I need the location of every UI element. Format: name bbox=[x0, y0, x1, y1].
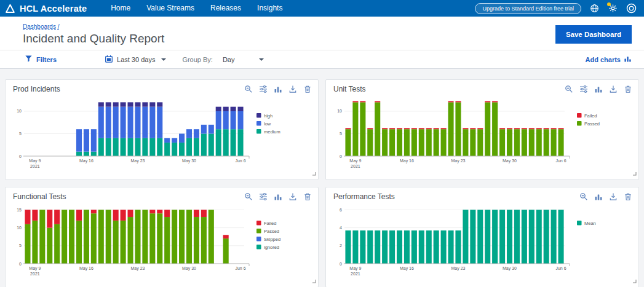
upgrade-button[interactable]: Upgrade to Standard Edition free trial bbox=[475, 3, 581, 14]
bar-segment[interactable] bbox=[411, 128, 417, 129]
zoom-icon[interactable] bbox=[564, 84, 573, 93]
bar-segment[interactable] bbox=[397, 128, 402, 129]
bar-chart-icon[interactable] bbox=[594, 84, 603, 93]
bar-segment[interactable] bbox=[142, 210, 148, 264]
delete-icon[interactable] bbox=[303, 192, 312, 201]
bar-segment[interactable] bbox=[216, 107, 221, 111]
bar-segment[interactable] bbox=[367, 128, 373, 129]
filter-sliders-icon[interactable] bbox=[258, 192, 268, 201]
bar-segment[interactable] bbox=[499, 210, 505, 264]
bar-segment[interactable] bbox=[485, 102, 490, 156]
bar-segment[interactable] bbox=[201, 210, 207, 217]
bar-segment[interactable] bbox=[179, 143, 185, 156]
bar-segment[interactable] bbox=[127, 102, 133, 106]
bar-segment[interactable] bbox=[135, 210, 140, 264]
bar-segment[interactable] bbox=[164, 217, 170, 264]
bar-segment[interactable] bbox=[172, 210, 177, 264]
bar-segment[interactable] bbox=[76, 210, 82, 221]
bar-segment[interactable] bbox=[127, 107, 133, 138]
brand[interactable]: HCL Accelerate bbox=[5, 3, 87, 14]
bar-segment[interactable] bbox=[558, 129, 563, 156]
bar-segment[interactable] bbox=[522, 128, 527, 129]
bar-segment[interactable] bbox=[149, 102, 155, 106]
bar-segment[interactable] bbox=[551, 210, 557, 264]
bar-segment[interactable] bbox=[397, 129, 402, 156]
bar-segment[interactable] bbox=[237, 107, 243, 111]
user-avatar-icon[interactable] bbox=[626, 3, 637, 14]
bar-segment[interactable] bbox=[448, 101, 453, 103]
bar-segment[interactable] bbox=[32, 210, 38, 221]
bar-segment[interactable] bbox=[434, 129, 439, 156]
bar-segment[interactable] bbox=[121, 107, 126, 138]
legend-item[interactable]: Failed bbox=[256, 221, 276, 226]
bar-segment[interactable] bbox=[470, 210, 475, 264]
legend-item[interactable]: Passed bbox=[256, 229, 279, 234]
bar-segment[interactable] bbox=[127, 210, 133, 217]
bar-segment[interactable] bbox=[194, 138, 199, 156]
bar-segment[interactable] bbox=[455, 230, 461, 264]
bar-segment[interactable] bbox=[127, 138, 133, 156]
nav-item-value-streams[interactable]: Value Streams bbox=[138, 0, 202, 17]
bar-segment[interactable] bbox=[54, 210, 60, 224]
bar-segment[interactable] bbox=[98, 107, 104, 138]
bar-segment[interactable] bbox=[179, 133, 185, 143]
save-dashboard-button[interactable]: Save Dashboard bbox=[555, 25, 632, 44]
bar-segment[interactable] bbox=[360, 101, 365, 103]
download-icon[interactable] bbox=[288, 84, 297, 93]
bar-segment[interactable] bbox=[529, 128, 535, 129]
bar-segment[interactable] bbox=[404, 128, 410, 129]
bar-segment[interactable] bbox=[411, 230, 417, 264]
bar-segment[interactable] bbox=[76, 221, 82, 264]
bar-segment[interactable] bbox=[404, 230, 410, 264]
bar-segment[interactable] bbox=[32, 221, 38, 264]
bar-segment[interactable] bbox=[522, 210, 527, 264]
bar-segment[interactable] bbox=[558, 128, 563, 129]
bar-segment[interactable] bbox=[419, 230, 424, 264]
nav-item-releases[interactable]: Releases bbox=[202, 0, 249, 17]
bar-segment[interactable] bbox=[352, 230, 358, 264]
download-icon[interactable] bbox=[608, 84, 618, 93]
bar-segment[interactable] bbox=[345, 128, 351, 129]
zoom-icon[interactable] bbox=[579, 192, 588, 201]
bar-segment[interactable] bbox=[121, 221, 126, 264]
bar-segment[interactable] bbox=[507, 129, 512, 156]
bar-segment[interactable] bbox=[157, 210, 162, 213]
bar-segment[interactable] bbox=[463, 129, 468, 156]
bar-segment[interactable] bbox=[98, 102, 104, 106]
bar-segment[interactable] bbox=[201, 217, 207, 264]
legend-item[interactable]: high bbox=[256, 113, 272, 119]
bar-segment[interactable] bbox=[135, 107, 140, 138]
legend-item[interactable]: medium bbox=[256, 129, 280, 135]
bar-segment[interactable] bbox=[441, 129, 447, 156]
bar-segment[interactable] bbox=[419, 129, 424, 156]
bar-segment[interactable] bbox=[448, 102, 453, 156]
bar-segment[interactable] bbox=[389, 128, 395, 129]
download-icon[interactable] bbox=[288, 192, 297, 201]
breadcrumb[interactable]: Dashboards / bbox=[23, 23, 59, 30]
bar-segment[interactable] bbox=[164, 143, 170, 156]
bar-segment[interactable] bbox=[106, 138, 111, 156]
bar-segment[interactable] bbox=[194, 129, 199, 138]
bar-segment[interactable] bbox=[216, 111, 221, 129]
bar-segment[interactable] bbox=[62, 210, 67, 264]
bar-segment[interactable] bbox=[142, 138, 148, 156]
bar-segment[interactable] bbox=[149, 213, 155, 264]
bar-segment[interactable] bbox=[529, 129, 535, 156]
bar-segment[interactable] bbox=[544, 128, 549, 129]
bar-segment[interactable] bbox=[551, 128, 557, 129]
nav-item-insights[interactable]: Insights bbox=[249, 0, 290, 17]
bar-segment[interactable] bbox=[91, 213, 97, 264]
bar-chart-icon[interactable] bbox=[594, 192, 603, 201]
nav-item-home[interactable]: Home bbox=[103, 0, 138, 17]
date-range-select[interactable]: Last 30 days bbox=[105, 55, 166, 65]
download-icon[interactable] bbox=[608, 192, 618, 201]
bar-segment[interactable] bbox=[441, 128, 447, 129]
bar-segment[interactable] bbox=[492, 210, 498, 264]
bar-segment[interactable] bbox=[514, 128, 520, 129]
globe-icon[interactable] bbox=[589, 3, 600, 14]
bar-segment[interactable] bbox=[113, 107, 119, 138]
bar-segment[interactable] bbox=[113, 138, 119, 156]
bar-segment[interactable] bbox=[485, 101, 490, 103]
bar-segment[interactable] bbox=[499, 128, 505, 129]
bar-segment[interactable] bbox=[223, 238, 229, 264]
